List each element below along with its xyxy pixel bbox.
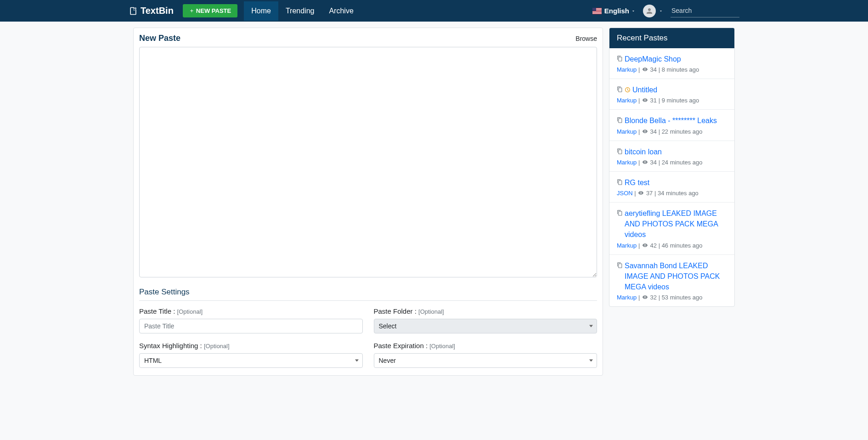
paste-title-link[interactable]: Blonde Bella - ******** Leaks: [625, 115, 717, 126]
expiration-select[interactable]: Never: [374, 353, 597, 368]
copy-icon: [617, 262, 623, 268]
paste-title-link[interactable]: Savannah Bond LEAKED IMAGE AND PHOTOS PA…: [625, 260, 727, 293]
paste-title-link[interactable]: DeepMagic Shop: [625, 54, 681, 64]
eye-icon: [642, 67, 648, 72]
paste-folder-select[interactable]: Select: [374, 319, 597, 333]
paste-title-input[interactable]: [139, 319, 363, 333]
paste-item: UntitledMarkup | 31 | 9 minutes ago: [609, 79, 734, 110]
card-title: New Paste: [139, 34, 180, 43]
copy-icon: [617, 210, 623, 216]
paste-lang-link[interactable]: Markup: [617, 128, 637, 135]
syntax-select[interactable]: HTML: [139, 353, 363, 368]
nav-link-home[interactable]: Home: [244, 1, 278, 21]
recent-pastes-card: Recent Pastes DeepMagic ShopMarkup | 34 …: [609, 28, 735, 307]
user-menu[interactable]: [643, 5, 663, 17]
paste-item: Savannah Bond LEAKED IMAGE AND PHOTOS PA…: [609, 255, 734, 307]
eye-icon: [642, 243, 648, 248]
syntax-label: Syntax Highlighting : [Optional]: [139, 342, 363, 350]
eye-icon: [642, 97, 648, 103]
plus-icon: [189, 8, 194, 13]
expiration-label: Paste Expiration : [Optional]: [374, 342, 597, 350]
copy-icon: [617, 117, 623, 123]
nav-link-trending[interactable]: Trending: [278, 1, 322, 21]
paste-meta: Markup | 34 | 8 minutes ago: [617, 66, 727, 73]
clock-icon: [625, 87, 631, 93]
field-paste-expiration: Paste Expiration : [Optional] Never: [374, 342, 597, 368]
paste-meta: Markup | 42 | 46 minutes ago: [617, 242, 727, 249]
eye-icon: [642, 159, 648, 165]
paste-item: aerytiefling LEAKED IMAGE AND PHOTOS PAC…: [609, 203, 734, 255]
paste-folder-label: Paste Folder : [Optional]: [374, 307, 597, 315]
language-selector[interactable]: English: [592, 7, 636, 15]
paste-meta: Markup | 34 | 24 minutes ago: [617, 159, 727, 166]
copy-icon: [617, 56, 623, 62]
field-paste-title: Paste Title : [Optional]: [139, 307, 363, 333]
paste-item: Blonde Bella - ******** LeaksMarkup | 34…: [609, 110, 734, 141]
paste-lang-link[interactable]: Markup: [617, 294, 637, 301]
copy-icon: [617, 86, 623, 92]
paste-title-link[interactable]: aerytiefling LEAKED IMAGE AND PHOTOS PAC…: [625, 208, 727, 240]
nav-links: Home Trending Archive: [244, 1, 361, 21]
copy-icon: [617, 179, 623, 185]
field-paste-folder: Paste Folder : [Optional] Select: [374, 307, 597, 333]
browse-link[interactable]: Browse: [575, 35, 597, 42]
brand-icon: [129, 6, 138, 16]
field-syntax-highlighting: Syntax Highlighting : [Optional] HTML: [139, 342, 363, 368]
paste-title-link[interactable]: RG test: [625, 177, 649, 188]
user-icon: [645, 7, 654, 15]
paste-content-textarea[interactable]: [139, 47, 597, 277]
paste-lang-link[interactable]: Markup: [617, 66, 637, 73]
paste-item: RG testJSON | 37 | 34 minutes ago: [609, 172, 734, 203]
recent-pastes-header: Recent Pastes: [609, 28, 734, 48]
paste-meta: Markup | 32 | 53 minutes ago: [617, 294, 727, 301]
paste-title-label: Paste Title : [Optional]: [139, 307, 363, 315]
paste-meta: JSON | 37 | 34 minutes ago: [617, 190, 727, 197]
paste-item: DeepMagic ShopMarkup | 34 | 8 minutes ag…: [609, 48, 734, 79]
paste-lang-link[interactable]: JSON: [617, 190, 633, 197]
paste-title-link[interactable]: Untitled: [632, 85, 657, 95]
avatar: [643, 5, 656, 17]
search-input[interactable]: [671, 4, 739, 17]
navbar: TextBin NEW PASTE Home Trending Archive …: [0, 0, 868, 22]
language-label: English: [604, 7, 629, 15]
eye-icon: [638, 190, 644, 196]
nav-link-archive[interactable]: Archive: [321, 1, 361, 21]
paste-lang-link[interactable]: Markup: [617, 242, 637, 249]
paste-meta: Markup | 34 | 22 minutes ago: [617, 128, 727, 135]
paste-meta: Markup | 31 | 9 minutes ago: [617, 97, 727, 104]
new-paste-label: NEW PASTE: [196, 7, 231, 14]
flag-us-icon: [592, 8, 602, 14]
paste-item: bitcoin loanMarkup | 34 | 24 minutes ago: [609, 141, 734, 172]
recent-pastes-list: DeepMagic ShopMarkup | 34 | 8 minutes ag…: [609, 48, 734, 306]
brand-link[interactable]: TextBin: [129, 6, 174, 16]
copy-icon: [617, 148, 623, 154]
caret-down-icon: [589, 325, 593, 327]
eye-icon: [642, 129, 648, 134]
new-paste-card: New Paste Browse Paste Settings Paste Ti…: [133, 28, 603, 376]
caret-down-icon: [631, 9, 636, 13]
paste-lang-link[interactable]: Markup: [617, 159, 637, 166]
caret-down-icon: [659, 9, 663, 13]
caret-down-icon: [589, 360, 593, 362]
eye-icon: [642, 294, 648, 300]
brand-text: TextBin: [141, 6, 174, 16]
paste-title-link[interactable]: bitcoin loan: [625, 147, 662, 157]
caret-down-icon: [355, 360, 359, 362]
paste-lang-link[interactable]: Markup: [617, 97, 637, 104]
new-paste-button[interactable]: NEW PASTE: [183, 4, 237, 17]
settings-title: Paste Settings: [139, 288, 597, 301]
